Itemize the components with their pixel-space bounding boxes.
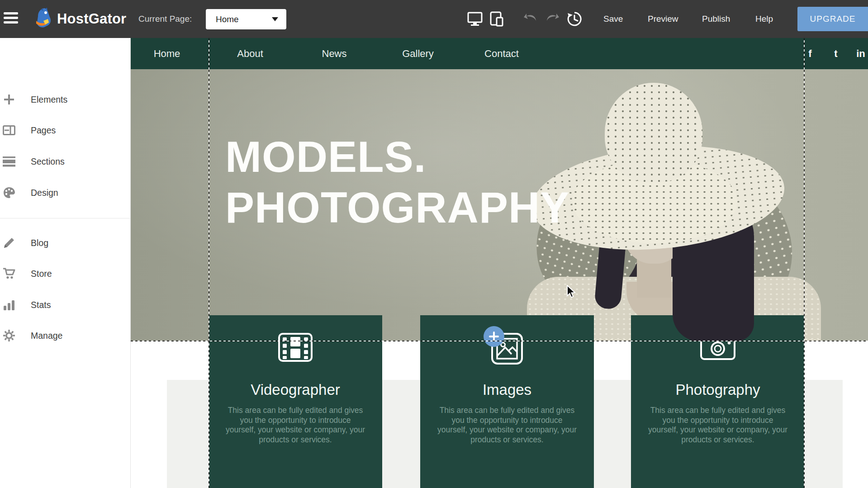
app-root: HostGator Current Page: Home: [0, 0, 868, 488]
sidebar-item-label: Blog: [31, 238, 48, 248]
hero-title-line2: PHOTOGRAPHY: [225, 182, 569, 233]
hostgator-logo: HostGator: [34, 7, 126, 31]
sections-icon: [2, 155, 16, 168]
palette-icon: [2, 186, 16, 199]
pencil-icon: [2, 236, 16, 250]
twitter-icon[interactable]: t: [834, 38, 837, 69]
selection-guide-bottom: [131, 341, 868, 341]
save-button[interactable]: Save: [603, 0, 623, 38]
editor-sidebar: Elements Pages Sections: [0, 38, 131, 488]
card-title: Videographer: [251, 381, 340, 398]
site-nav-about[interactable]: About: [237, 38, 263, 69]
sidebar-item-stats[interactable]: Stats: [0, 293, 131, 317]
sidebar-item-label: Design: [31, 188, 58, 198]
mobile-view-icon[interactable]: [487, 0, 507, 38]
pages-icon: [2, 123, 16, 137]
site-nav-home[interactable]: Home: [154, 38, 180, 69]
sidebar-item-design[interactable]: Design: [0, 181, 131, 204]
sidebar-item-elements[interactable]: Elements: [0, 88, 131, 111]
sidebar-item-sections[interactable]: Sections: [0, 150, 131, 173]
image-plus-icon: [491, 332, 523, 369]
redo-icon[interactable]: [542, 0, 562, 38]
publish-button[interactable]: Publish: [702, 0, 730, 38]
sidebar-item-label: Stats: [31, 300, 51, 310]
top-toolbar: HostGator Current Page: Home: [0, 0, 868, 38]
hostgator-gator-icon: [34, 7, 54, 31]
sidebar-item-manage[interactable]: Manage: [0, 324, 131, 347]
page-select-dropdown[interactable]: Home: [206, 9, 286, 29]
current-page-label: Current Page:: [138, 14, 192, 24]
film-icon: [278, 332, 313, 369]
sidebar-item-label: Elements: [31, 95, 67, 105]
upgrade-button[interactable]: UPGRADE: [797, 7, 868, 31]
card-title: Images: [483, 381, 531, 398]
plus-icon: [2, 93, 16, 106]
hamburger-menu-icon[interactable]: [4, 12, 18, 25]
desktop-view-icon[interactable]: [465, 0, 485, 38]
undo-icon[interactable]: [521, 0, 541, 38]
hero-title[interactable]: MODELS. PHOTOGRAPHY: [225, 132, 569, 233]
brand-name: HostGator: [57, 11, 126, 27]
hero-section[interactable]: MODELS. PHOTOGRAPHY: [131, 69, 868, 341]
sidebar-item-label: Manage: [31, 331, 62, 341]
linkedin-icon[interactable]: in: [856, 38, 865, 69]
page-select-value: Home: [216, 14, 272, 24]
sidebar-item-pages[interactable]: Pages: [0, 118, 131, 142]
preview-button[interactable]: Preview: [648, 0, 678, 38]
card-body: This area can be fully edited and gives …: [437, 406, 577, 445]
hero-title-line1: MODELS.: [225, 132, 569, 182]
site-canvas: Home About News Gallery Contact f t in: [131, 38, 868, 488]
add-image-plus-badge[interactable]: [484, 326, 504, 347]
site-nav-gallery[interactable]: Gallery: [402, 38, 434, 69]
sidebar-divider: [0, 218, 131, 218]
sidebar-item-label: Store: [31, 269, 52, 279]
selection-guide-right: [804, 38, 805, 488]
site-navbar: Home About News Gallery Contact f t in: [131, 38, 868, 69]
site-nav-news[interactable]: News: [322, 38, 346, 69]
site-nav-contact[interactable]: Contact: [484, 38, 519, 69]
sidebar-item-label: Sections: [31, 156, 65, 167]
card-body: This area can be fully edited and gives …: [648, 406, 788, 445]
sidebar-item-label: Pages: [31, 125, 56, 136]
cart-icon: [2, 267, 16, 280]
facebook-icon[interactable]: f: [808, 38, 811, 69]
history-icon[interactable]: [564, 0, 584, 38]
card-title: Photography: [675, 381, 760, 398]
gear-icon: [2, 329, 16, 342]
bar-chart-icon: [2, 298, 16, 312]
sidebar-item-store[interactable]: Store: [0, 262, 131, 285]
mouse-cursor: [566, 285, 578, 300]
sidebar-item-blog[interactable]: Blog: [0, 231, 131, 255]
selection-guide-left: [209, 38, 209, 488]
chevron-down-icon: [272, 17, 278, 21]
card-body: This area can be fully edited and gives …: [225, 406, 365, 445]
help-button[interactable]: Help: [755, 0, 773, 38]
